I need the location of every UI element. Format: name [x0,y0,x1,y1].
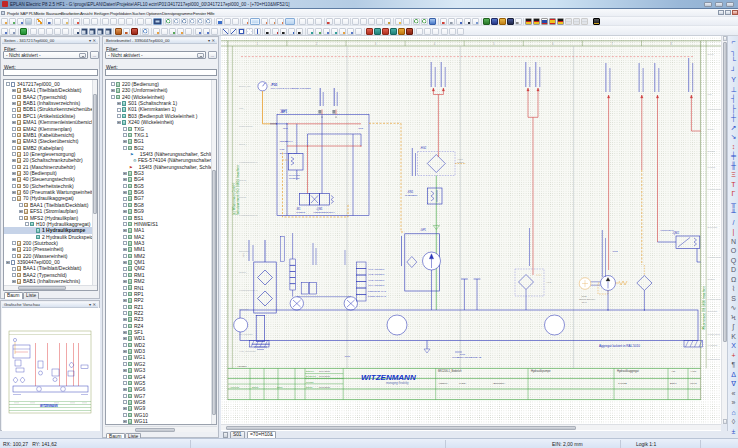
svg-text:Rohrsystem: Rohrsystem [708,358,720,360]
svg-text:Tuchsystem: Tuchsystem [708,333,720,335]
svg-text:Aggregat lackiert in RAL 5010: Aggregat lackiert in RAL 5010 [599,344,640,348]
svg-text:& MF52: & MF52 [618,382,627,385]
svg-text:RHEINECP: RHEINECP [405,194,418,197]
svg-text:M.203 -: M.203 - [459,382,467,384]
svg-text:+H10: +H10 [690,370,697,373]
svg-text:-KF3 AUFTGL7: -KF3 AUFTGL7 [368,279,385,282]
svg-text:WIKA9998.2-KL1.6/EN837-1/63-D2: WIKA9998.2-KL1.6/EN837-1/63-D201 [271,87,312,90]
svg-text:Geprüft: Geprüft [306,381,314,383]
svg-text:Bauplatte: Bauplatte [708,310,718,312]
svg-text:-HG2: -HG2 [420,146,427,150]
svg-text:Hydraulikaggregat: Hydraulikaggregat [617,369,639,373]
svg-text:Servo: Servo [708,53,715,55]
svg-text:WITZENMANN-DB-302-AB: WITZENMANN-DB-302-AB [452,356,481,359]
svg-text:SPS10: SPS10 [708,278,716,280]
svg-text:Funktionsebene 1: Funktionsebene 1 [239,161,258,163]
svg-text:Thermoforma: Thermoforma [708,108,721,110]
svg-text:Hydraulikpumpe: Hydraulikpumpe [531,369,551,373]
svg-text:Pumpe aus 60°C: Pumpe aus 60°C [368,295,386,298]
svg-text:Bauplatte: Bauplatte [239,250,249,252]
svg-text:-GP1: -GP1 [420,228,427,232]
svg-text:Bearbeitet: Bearbeitet [306,375,316,377]
svg-text:-GM1: -GM1 [344,355,351,358]
svg-text:-HF1: -HF1 [242,252,245,258]
svg-text:-GP2: -GP2 [612,250,618,253]
svg-text:Funktionsebene 1: Funktionsebene 1 [708,188,721,190]
svg-text:08.06.2016: 08.06.2016 [319,375,331,377]
svg-text:-KF1 AUFTGL7: -KF1 AUFTGL7 [368,268,385,271]
svg-text:Funktionsebene 3: Funktionsebene 3 [239,289,258,291]
svg-text:- Bauposten -: - Bauposten - [492,382,506,384]
svg-text:08.06.2016: 08.06.2016 [319,386,331,388]
svg-text:4WMM6J5X/F: 4WMM6J5X/F [660,229,675,231]
svg-text:Funktionsebene 2: Funktionsebene 2 [239,214,258,216]
svg-text:Schutzvermerk ISO 16016 beacht: Schutzvermerk ISO 16016 beachten [236,165,240,215]
svg-text:-HF2: -HF2 [546,281,552,283]
svg-text:18.04.2016: 18.04.2016 [319,370,331,372]
svg-text:-GM2: -GM2 [581,295,587,297]
svg-text:-PG1: -PG1 [271,83,278,87]
svg-text:WITZENMANN: WITZENMANN [40,404,58,408]
svg-text:2.2bar: 2.2bar [457,161,464,164]
svg-text:Imp: Imp [708,93,713,95]
svg-text:MK1206-1_Bedieluft: MK1206-1_Bedieluft [438,369,462,373]
svg-text:BAV801/G3/4/SR-90: BAV801/G3/4/SR-90 [280,152,301,154]
svg-text:Hydraulik: Hydraulik [708,344,718,346]
svg-text:Leitung: Leitung [708,166,716,168]
svg-text:A&F52/8: A&F52/8 [237,365,247,368]
svg-text:TRAFO/GSM: TRAFO/GSM [239,333,253,335]
svg-text:+70: +70 [671,370,676,373]
svg-text:Angaben -: Angaben - [438,382,449,384]
svg-text:Blatt 1: Blatt 1 [670,382,677,384]
svg-text:WITZ6L3: WITZ6L3 [296,211,306,213]
svg-text:4bu3: 4bu3 [358,127,364,129]
svg-text:Kühlung ab 40°C: Kühlung ab 40°C [368,290,386,293]
svg-text:Datum: Datum [306,386,313,388]
svg-text:Datum: Datum [252,386,259,388]
svg-text:50Hz: 50Hz [582,301,587,303]
svg-text:WITZENMANN: WITZENMANN [361,373,416,382]
svg-text:1270cm 230/400V: 1270cm 230/400V [579,298,596,300]
svg-text:managing flexibility: managing flexibility [386,381,409,385]
svg-text:4bu3: 4bu3 [283,127,289,129]
svg-text:Bauplatte: Bauplatte [708,226,718,228]
svg-text:von 11: von 11 [690,382,697,384]
svg-text:Drucks: Drucks [708,150,716,152]
svg-text:4WE6D62/EG24N9K4: 4WE6D62/EG24N9K4 [313,211,335,213]
svg-text:Funktionsebene 2: Funktionsebene 2 [708,256,721,258]
svg-text:Name: Name [277,386,284,388]
svg-text:Funktionsebene 3: Funktionsebene 3 [708,298,721,300]
svg-text:+BT2/BBKP 1-: +BT2/BBKP 1- [279,140,294,142]
svg-text:-QM2: -QM2 [672,231,679,235]
svg-text:-KF2 AUFTGL7: -KF2 AUFTGL7 [368,273,385,276]
svg-text:Ersteller: Ersteller [306,370,314,372]
svg-text:-KN1: -KN1 [407,190,414,194]
svg-text:Servo: Servo [708,128,715,130]
svg-text:-KN1: -KN1 [279,148,285,151]
svg-text:Reservekreis: Reservekreis [239,125,253,127]
svg-text:-KF4 AUFTGL7: -KF4 AUFTGL7 [368,284,385,287]
svg-text:Witzenmann DB 5010 beachten: Witzenmann DB 5010 beachten [702,286,706,330]
svg-text:Änderung: Änderung [230,386,240,388]
svg-text:HKL6L: HKL6L [280,108,288,111]
svg-text:Ps 250 bar: Ps 250 bar [289,177,300,179]
svg-text:10N02: 10N02 [239,196,246,198]
svg-text:Pu 01X bar: Pu 01X bar [289,174,300,176]
